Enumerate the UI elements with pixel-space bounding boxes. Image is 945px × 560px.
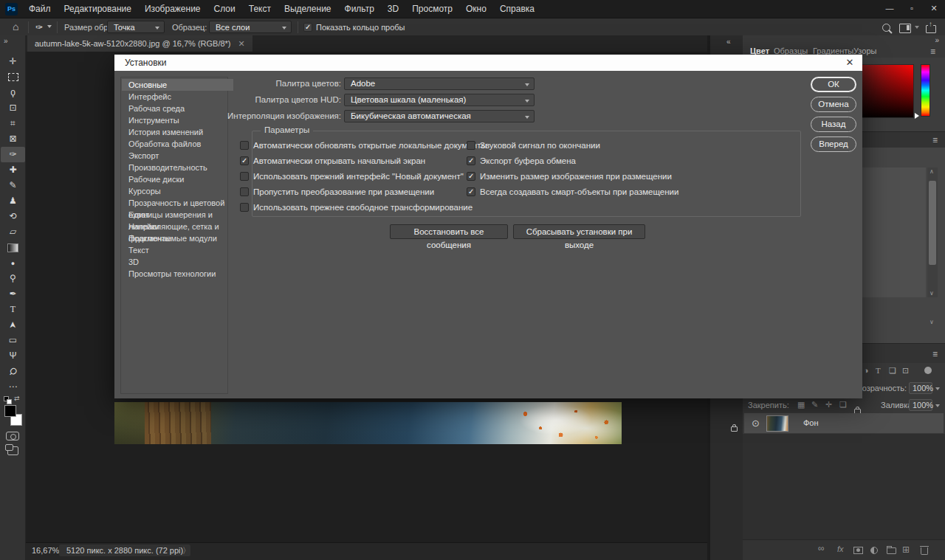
color-field[interactable]	[858, 64, 914, 118]
status-chevron-icon[interactable]: 〉	[182, 545, 190, 556]
dodge-tool[interactable]: ⚲	[1, 271, 25, 286]
history-brush-tool[interactable]: ⟲	[1, 209, 25, 224]
reset-all-warnings-button[interactable]: Восстановить все сообщения	[390, 224, 508, 239]
minimize-icon[interactable]: —	[879, 0, 901, 18]
brush-tool[interactable]: ✎	[1, 178, 25, 193]
zoom-level-field[interactable]: 16,67%	[32, 546, 59, 555]
section-scratch-disks[interactable]: Рабочие диски	[122, 173, 233, 185]
home-icon[interactable]: ⌂	[13, 18, 18, 35]
hue-slider-pointer[interactable]	[915, 113, 919, 119]
quick-mask-icon[interactable]	[6, 432, 19, 440]
section-type[interactable]: Текст	[122, 244, 233, 256]
checkbox[interactable]	[240, 203, 249, 212]
section-cursors[interactable]: Курсоры	[122, 185, 233, 197]
section-units-rulers[interactable]: Единицы измерения и линейки	[122, 209, 233, 221]
lock-position-icon[interactable]: ✛	[825, 400, 832, 409]
expand-panels-icon[interactable]: »	[935, 36, 939, 44]
new-layer-icon[interactable]: ⊞	[902, 545, 910, 555]
scroll-up-icon[interactable]: ∧	[929, 168, 934, 175]
close-icon[interactable]: ✕	[923, 0, 945, 18]
chevron-down-icon[interactable]	[915, 26, 919, 29]
checkbox[interactable]	[240, 187, 249, 196]
lasso-tool[interactable]: ϙ	[1, 85, 25, 100]
filter-toggle-icon[interactable]	[924, 367, 932, 374]
share-icon[interactable]	[926, 25, 936, 33]
section-export[interactable]: Экспорт	[122, 150, 233, 162]
color-picker-select[interactable]: Adobe	[344, 77, 535, 90]
section-file-handling[interactable]: Обработка файлов	[122, 138, 233, 150]
show-sampling-ring-checkbox[interactable]	[303, 23, 312, 32]
lock-transparency-icon[interactable]: ▦	[797, 400, 805, 409]
panel-menu-icon[interactable]: ≡	[932, 350, 938, 359]
search-icon[interactable]	[882, 24, 890, 32]
section-plugins[interactable]: Подключаемые модули	[122, 232, 233, 244]
layer-thumbnail[interactable]	[766, 415, 788, 432]
section-history-log[interactable]: История изменений	[122, 126, 233, 138]
zoom-tool[interactable]: Ϙ	[1, 364, 25, 379]
object-selection-tool[interactable]: ⊡	[1, 100, 25, 116]
fx-icon[interactable]: fx	[837, 545, 844, 553]
menu-file[interactable]: Файл	[22, 0, 58, 18]
menu-type[interactable]: Текст	[242, 0, 278, 18]
image-interpolation-select[interactable]: Бикубическая автоматическая	[344, 110, 535, 122]
chevron-down-icon[interactable]	[47, 25, 52, 28]
collapse-panels-icon[interactable]: «	[726, 38, 731, 46]
gradient-tool[interactable]	[1, 240, 25, 255]
menu-image[interactable]: Изображение	[138, 0, 207, 18]
opacity-value[interactable]: 100%	[909, 382, 932, 394]
sample-size-select[interactable]: Точка	[107, 21, 165, 33]
crop-tool[interactable]: ⌗	[1, 116, 25, 131]
dialog-close-icon[interactable]: ✕	[842, 55, 858, 71]
menu-select[interactable]: Выделение	[278, 0, 338, 18]
menu-filter[interactable]: Фильтр	[338, 0, 381, 18]
section-transparency-gamut[interactable]: Прозрачность и цветовой охват	[122, 197, 233, 209]
document-image[interactable]	[114, 402, 622, 444]
next-button[interactable]: Вперед	[811, 136, 856, 152]
menu-view[interactable]: Просмотр	[405, 0, 459, 18]
layer-mask-icon[interactable]	[853, 547, 863, 554]
menu-3d[interactable]: 3D	[381, 0, 405, 18]
close-tab-icon[interactable]: ✕	[238, 35, 245, 52]
lock-artboard-icon[interactable]: ❏	[839, 400, 847, 409]
eyedropper-icon[interactable]: ✑	[35, 19, 43, 35]
scroll-down-icon[interactable]: ∨	[929, 319, 934, 325]
hue-slider[interactable]	[921, 64, 930, 117]
rectangular-marquee-tool[interactable]	[1, 69, 25, 85]
toolbar-collapse-icon[interactable]: »	[4, 37, 8, 45]
adjustment-layer-icon[interactable]	[870, 547, 878, 554]
menu-window[interactable]: Окно	[459, 0, 493, 18]
type-tool[interactable]: T	[1, 302, 25, 317]
section-3d[interactable]: 3D	[122, 256, 233, 268]
dialog-titlebar[interactable]: Установки ✕	[114, 55, 862, 71]
eraser-tool[interactable]: ▱	[1, 224, 25, 240]
hand-tool[interactable]: Ψ	[1, 348, 25, 364]
cancel-button[interactable]: Отмена	[811, 97, 856, 112]
section-performance[interactable]: Производительность	[122, 162, 233, 173]
smart-object-filter-icon[interactable]: ⊡	[902, 366, 909, 376]
lock-image-icon[interactable]: ✎	[811, 400, 818, 409]
checkbox[interactable]	[467, 141, 475, 150]
menu-layers[interactable]: Слои	[207, 0, 242, 18]
type-filter-icon[interactable]: T	[876, 366, 881, 375]
layer-name[interactable]: Фон	[803, 418, 819, 427]
eyedropper-tool[interactable]: ✑	[1, 147, 25, 162]
sample-select[interactable]: Все слои	[209, 21, 292, 33]
move-tool[interactable]: ✛	[1, 54, 25, 69]
shape-filter-icon[interactable]: ❏	[889, 366, 896, 376]
layer-row[interactable]: ⊙ Фон	[744, 413, 944, 434]
checkbox[interactable]	[240, 141, 249, 150]
hud-color-picker-select[interactable]: Цветовая шкала (маленькая)	[344, 94, 535, 106]
edit-toolbar-icon[interactable]: ⋯	[1, 379, 25, 395]
delete-icon[interactable]	[921, 547, 928, 555]
clone-stamp-tool[interactable]: ♟	[1, 193, 25, 209]
section-guides-grid-slices[interactable]: Направляющие, сетка и фрагменты	[122, 221, 233, 232]
pen-tool[interactable]: ✒	[1, 286, 25, 302]
panel-menu-icon[interactable]: ≡	[932, 136, 938, 145]
scroll-down-icon[interactable]: ∨	[929, 290, 934, 297]
checkbox[interactable]	[240, 172, 249, 181]
ok-button[interactable]: ОК	[811, 77, 856, 92]
menu-help[interactable]: Справка	[493, 0, 541, 18]
maximize-icon[interactable]: ▫	[901, 0, 923, 18]
layers-empty-area[interactable]	[743, 434, 945, 539]
menu-edit[interactable]: Редактирование	[58, 0, 138, 18]
